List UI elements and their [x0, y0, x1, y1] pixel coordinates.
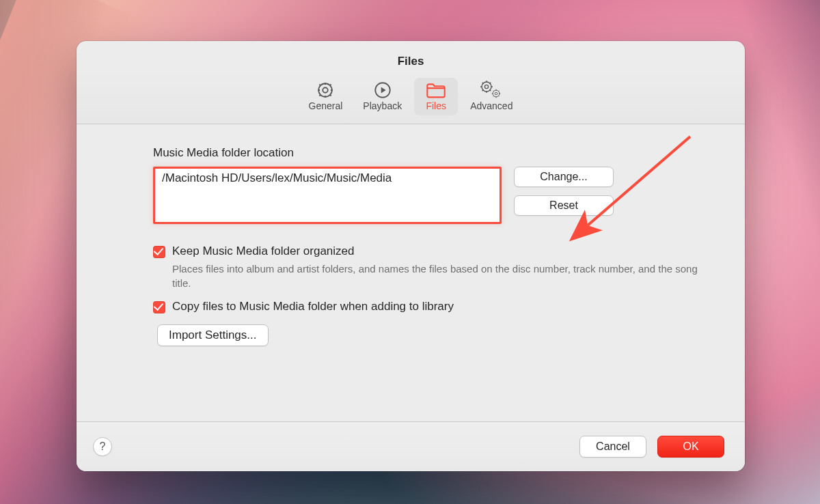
dialog-header: Files: [77, 41, 745, 68]
files-preferences-dialog: Files General Playback: [77, 41, 745, 471]
media-location-label: Music Media folder location: [145, 146, 701, 160]
copy-files-row: Copy files to Music Media folder when ad…: [153, 300, 701, 313]
folder-icon: [422, 79, 450, 101]
dialog-title: Files: [77, 55, 745, 68]
svg-point-0: [323, 87, 328, 92]
ok-button[interactable]: OK: [657, 436, 724, 458]
media-location-buttons: Change... Reset: [514, 167, 596, 216]
help-icon: ?: [100, 440, 106, 453]
keep-organized-help: Places files into album and artist folde…: [172, 262, 698, 290]
cancel-button[interactable]: Cancel: [579, 436, 646, 458]
tab-playback[interactable]: Playback: [355, 78, 410, 115]
media-path-value: /Macintosh HD/Users/lex/Music/Music/Medi…: [162, 171, 392, 184]
change-button[interactable]: Change...: [514, 167, 614, 187]
keep-organized-label: Keep Music Media folder organized: [172, 244, 354, 258]
reset-button[interactable]: Reset: [514, 195, 614, 216]
gears-icon: [478, 79, 505, 101]
help-button[interactable]: ?: [93, 437, 112, 456]
tab-advanced-label: Advanced: [470, 101, 512, 111]
copy-files-checkbox[interactable]: [153, 301, 165, 313]
keep-organized-checkbox[interactable]: [153, 246, 165, 258]
tab-advanced[interactable]: Advanced: [462, 78, 521, 115]
keep-organized-row: Keep Music Media folder organized: [153, 244, 701, 258]
import-settings-button[interactable]: Import Settings...: [157, 324, 269, 346]
dialog-content: Music Media folder location /Macintosh H…: [77, 124, 745, 421]
tab-bar: General Playback Files: [77, 68, 745, 124]
gear-icon: [312, 79, 339, 101]
media-path-field[interactable]: /Macintosh HD/Users/lex/Music/Music/Medi…: [153, 167, 502, 224]
tab-files-label: Files: [426, 101, 446, 111]
copy-files-label: Copy files to Music Media folder when ad…: [172, 300, 454, 313]
tab-files[interactable]: Files: [414, 78, 458, 115]
play-icon: [369, 79, 396, 101]
media-location-row: /Macintosh HD/Users/lex/Music/Music/Medi…: [145, 167, 701, 224]
tab-general-label: General: [309, 101, 343, 111]
dialog-footer: ? Cancel OK: [77, 421, 745, 471]
import-settings-wrap: Import Settings...: [157, 324, 269, 346]
tab-general[interactable]: General: [301, 78, 351, 115]
svg-point-3: [485, 85, 489, 88]
svg-point-5: [495, 92, 497, 95]
svg-point-1: [319, 83, 333, 97]
tab-playback-label: Playback: [363, 101, 402, 111]
